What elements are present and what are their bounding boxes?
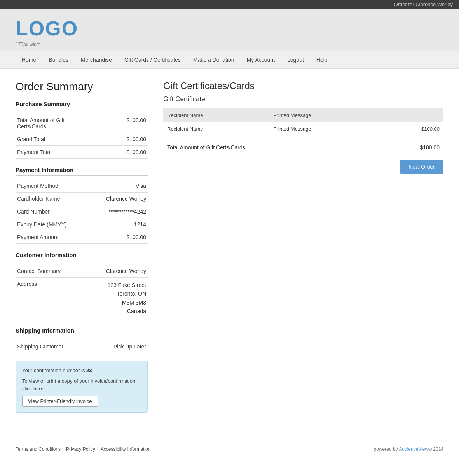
table-row: Contact SummaryClarence Worley xyxy=(16,265,148,278)
gift-table-header-row: Recipient Name Printed Message xyxy=(163,108,443,122)
page-title: Order Summary xyxy=(16,80,148,93)
main-content: Order Summary Purchase Summary Total Amo… xyxy=(0,69,459,424)
footer-link-privacy-policy[interactable]: Privacy Policy xyxy=(66,446,95,452)
table-row: Payment Total-$100.00 xyxy=(16,146,148,159)
col-recipient: Recipient Name xyxy=(163,108,269,122)
left-column: Order Summary Purchase Summary Total Amo… xyxy=(16,80,148,413)
table-row: Address123 Fake StreetToronto, ONM3M 3M3… xyxy=(16,278,148,319)
gift-certs-subtitle: Gift Certificate xyxy=(163,95,443,103)
gift-total-label: Total Amount of Gift Certs/Cards xyxy=(167,144,245,150)
gift-total-value: $100.00 xyxy=(420,144,440,150)
gift-total-row: Total Amount of Gift Certs/Cards $100.00 xyxy=(163,140,443,154)
row-label: Payment Method xyxy=(16,180,88,192)
table-row: Card Number************4242 xyxy=(16,205,148,218)
footer-link-terms-and-conditions[interactable]: Terms and Conditions xyxy=(16,446,61,452)
nav-item-gift-cards-/-certificates[interactable]: Gift Cards / Certificates xyxy=(118,51,187,68)
row-value: Clarence Worley xyxy=(88,265,148,278)
top-bar: Order for Clarence Worley xyxy=(0,0,459,9)
shipping-info-heading: Shipping Information xyxy=(16,327,148,336)
footer: Terms and ConditionsPrivacy PolicyAccess… xyxy=(0,440,459,458)
confirmation-text1: Your confirmation number is xyxy=(22,368,86,373)
gift-certs-title: Gift Certificates/Cards xyxy=(163,80,443,91)
row-label: Total Amount of Gift Certs/Cards xyxy=(16,114,88,133)
table-row: Grand Total$100.00 xyxy=(16,133,148,146)
footer-link-accessibility-information[interactable]: Accessibility Information xyxy=(101,446,151,452)
logo-subtext: 175px width xyxy=(16,42,443,47)
col-amount xyxy=(380,108,443,122)
nav: HomeBundlesMerchandiseGift Cards / Certi… xyxy=(0,51,459,69)
table-row: Payment Amount$100.00 xyxy=(16,231,148,244)
nav-item-help[interactable]: Help xyxy=(310,51,334,68)
payment-info-divider xyxy=(16,175,148,176)
row-value: Pick Up Later xyxy=(88,340,148,353)
confirmation-number: 23 xyxy=(86,368,92,373)
order-label: Order for Clarence Worley xyxy=(394,2,453,7)
footer-right: powered by AudienceView© 2014 xyxy=(374,446,443,452)
row-label: Card Number xyxy=(16,205,88,218)
row-value: Clarence Worley xyxy=(88,192,148,205)
message-cell: Printed Message xyxy=(269,122,380,136)
purchase-summary-heading: Purchase Summary xyxy=(16,101,148,110)
row-label: Grand Total xyxy=(16,133,88,146)
purchase-summary-table: Total Amount of Gift Certs/Cards$100.00G… xyxy=(16,114,148,159)
recipient-cell: Recipient Name xyxy=(163,122,269,136)
row-label: Shipping Customer xyxy=(16,340,88,353)
audienceview-link[interactable]: AudienceView xyxy=(399,446,428,452)
shipping-info-table: Shipping CustomerPick Up Later xyxy=(16,340,148,353)
row-value: $100.00 xyxy=(88,133,148,146)
header: LOGO 175px width xyxy=(0,9,459,51)
col-message: Printed Message xyxy=(269,108,380,122)
address-label: Address xyxy=(16,278,88,319)
powered-by-text: powered by xyxy=(374,446,399,452)
logo: LOGO xyxy=(16,17,443,40)
payment-info-table: Payment MethodVisaCardholder NameClarenc… xyxy=(16,180,148,244)
row-value: $100.00 xyxy=(88,231,148,244)
right-column: Gift Certificates/Cards Gift Certificate… xyxy=(163,80,443,174)
confirmation-text: Your confirmation number is 23 xyxy=(22,367,141,374)
gift-certs-table: Recipient Name Printed Message Recipient… xyxy=(163,108,443,136)
table-row: Cardholder NameClarence Worley xyxy=(16,192,148,205)
row-value: Visa xyxy=(88,180,148,192)
row-label: Cardholder Name xyxy=(16,192,88,205)
row-value: -$100.00 xyxy=(88,146,148,159)
customer-info-heading: Customer Information xyxy=(16,252,148,261)
row-value: $100.00 xyxy=(88,114,148,133)
nav-item-make-a-donation[interactable]: Make a Donation xyxy=(187,51,241,68)
confirmation-box: Your confirmation number is 23 To view o… xyxy=(16,361,148,413)
table-row: Total Amount of Gift Certs/Cards$100.00 xyxy=(16,114,148,133)
nav-item-home[interactable]: Home xyxy=(16,51,42,68)
address-value: 123 Fake StreetToronto, ONM3M 3M3Canada xyxy=(88,278,148,319)
view-invoice-button[interactable]: View Printer-Friendly invoice xyxy=(22,396,98,407)
table-row: Payment MethodVisa xyxy=(16,180,148,192)
footer-links: Terms and ConditionsPrivacy PolicyAccess… xyxy=(16,446,150,452)
row-value: 1214 xyxy=(88,218,148,231)
table-row: Shipping CustomerPick Up Later xyxy=(16,340,148,353)
row-label: Contact Summary xyxy=(16,265,88,278)
row-label: Payment Amount xyxy=(16,231,88,244)
row-label: Payment Total xyxy=(16,146,88,159)
table-row: Expiry Date (MMYY)1214 xyxy=(16,218,148,231)
customer-info-table: Contact SummaryClarence WorleyAddress123… xyxy=(16,265,148,319)
row-value: ************4242 xyxy=(88,205,148,218)
footer-year: © 2014 xyxy=(428,446,443,452)
purchase-summary-divider xyxy=(16,110,148,110)
nav-item-bundles[interactable]: Bundles xyxy=(42,51,75,68)
shipping-info-divider xyxy=(16,336,148,336)
new-order-button[interactable]: New Order xyxy=(400,160,443,174)
nav-item-logout[interactable]: Logout xyxy=(281,51,310,68)
table-row: Recipient NamePrinted Message$100.00 xyxy=(163,122,443,136)
customer-info-divider xyxy=(16,261,148,261)
nav-item-merchandise[interactable]: Merchandise xyxy=(75,51,118,68)
payment-info-heading: Payment Information xyxy=(16,166,148,175)
nav-item-my-account[interactable]: My Account xyxy=(241,51,281,68)
amount-cell: $100.00 xyxy=(380,122,443,136)
row-label: Expiry Date (MMYY) xyxy=(16,218,88,231)
confirmation-print-text: To view or print a copy of your invoice/… xyxy=(22,377,141,392)
